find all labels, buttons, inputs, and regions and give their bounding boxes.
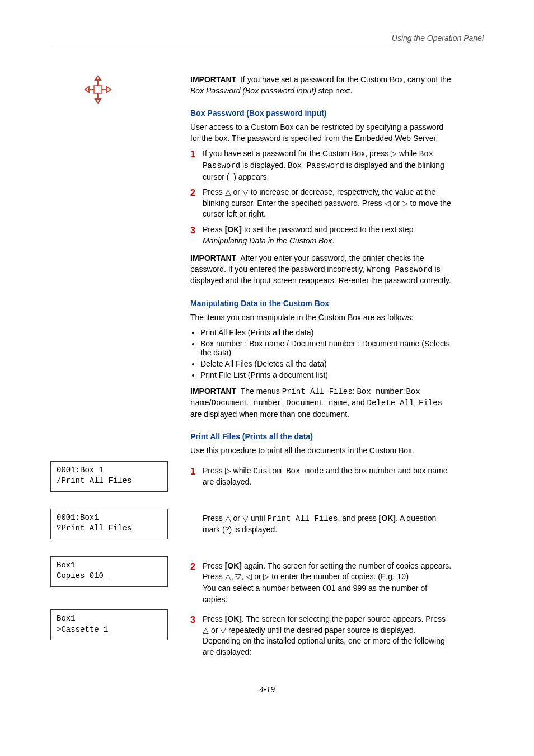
svg-rect-0 [94,86,102,93]
pa-step-3: 3 Press [OK]. The screen for selecting t… [190,614,453,658]
arrow-right-icon [225,466,231,475]
lcd-display-1: 0001:Box 1 /Print All Files [50,461,168,492]
manip-list: Print All Files (Prints all the data) Bo… [190,328,453,379]
step-num-3: 3 [190,224,203,246]
arrow-up-icon [203,626,209,635]
heading-box-password: Box Password (Box password input) [190,109,453,118]
list-item: Box number : Box name / Document number … [200,339,453,357]
lcd-display-3: Box1 Copies 010̲ [50,556,168,587]
arrow-right-icon [391,149,397,158]
print-all-desc: Use this procedure to print all the docu… [190,445,453,457]
arrow-left-icon [385,199,391,208]
step-2: 2 Press or to increase or decrease, resp… [190,187,453,220]
pa-step-1: 1 Press while Custom Box mode and the bo… [190,466,453,488]
page-number: 4-19 [50,685,484,694]
step-num-2: 2 [190,561,203,605]
arrow-down-icon [242,187,249,196]
lcd-display-2: 0001:Box1 ?Print All Files [50,509,168,539]
step-num-2: 2 [190,187,203,220]
arrow-down-icon [220,626,226,635]
box-password-desc: User access to a Custom Box can be restr… [190,122,453,144]
heading-print-all-files: Print All Files (Prints all the data) [190,432,453,441]
arrow-up-icon [225,187,231,196]
heading-manipulating-data: Manipulating Data in the Custom Box [190,299,453,308]
important-note-2: IMPORTANT After you enter your password,… [190,253,453,287]
arrow-left-icon [246,572,252,581]
important-note-1: IMPORTANT If you have set a password for… [190,74,453,96]
step-num-3: 3 [190,614,203,658]
manip-intro: The items you can manipulate in the Cust… [190,312,453,323]
arrow-down-icon [235,572,241,581]
list-item: Print All Files (Prints all the data) [200,328,453,337]
keypad-diagram [78,73,118,109]
step-num-1: 1 [190,148,203,182]
pa-step-2: 2 Press [OK] again. The screen for setti… [190,561,453,605]
list-item: Print File List (Prints a document list) [200,370,453,379]
lcd-display-4: Box1 >Cassette 1 [50,609,168,640]
step-3: 3 Press [OK] to set the password and pro… [190,224,453,246]
arrow-right-icon [402,199,408,208]
pa-step-1b: Press or until Print All Files, and pres… [203,513,453,536]
arrow-right-icon [263,572,269,581]
section-header: Using the Operation Panel [50,34,484,45]
arrow-up-icon [225,572,231,581]
arrow-up-icon [225,514,231,523]
list-item: Delete All Files (Deletes all the data) [200,359,453,368]
step-num-1: 1 [190,466,203,488]
important-note-3: IMPORTANT The menus Print All Files: Box… [190,386,453,420]
arrow-down-icon [242,514,249,523]
step-1: 1 If you have set a password for the Cus… [190,148,453,182]
